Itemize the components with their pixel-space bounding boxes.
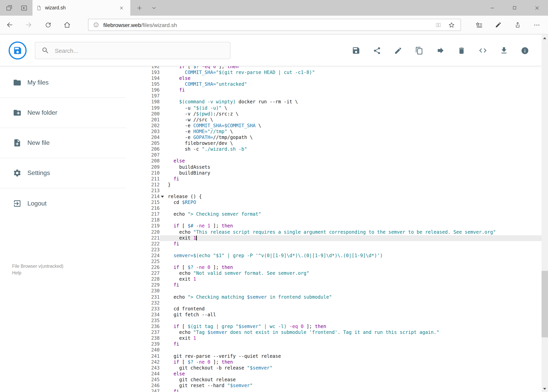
code-line[interactable]: 229 fi bbox=[129, 282, 541, 288]
code-line[interactable]: 222 fi bbox=[129, 241, 541, 247]
code-line[interactable]: 213 bbox=[129, 188, 541, 194]
code-line[interactable]: 227 echo "Not valid semver format. See s… bbox=[129, 271, 541, 276]
code-line[interactable]: 244 else bbox=[129, 371, 541, 377]
code-line[interactable]: 239 fi bbox=[129, 342, 541, 347]
code-line[interactable]: 207 bbox=[129, 153, 541, 158]
code-line[interactable]: 233 cd frontend bbox=[129, 306, 541, 312]
help-link[interactable]: Help bbox=[12, 270, 63, 276]
more-button[interactable] bbox=[528, 16, 546, 34]
site-info-button[interactable] bbox=[88, 19, 103, 30]
search-box[interactable] bbox=[35, 42, 230, 59]
code-line[interactable]: 238 exit 1 bbox=[129, 336, 541, 341]
rename-button[interactable] bbox=[390, 43, 406, 58]
set-tabs-aside-button[interactable] bbox=[16, 0, 31, 16]
back-button[interactable] bbox=[0, 16, 19, 34]
code-line[interactable]: 225 bbox=[129, 259, 541, 265]
home-button[interactable] bbox=[57, 16, 77, 34]
code-line[interactable]: 234 git fetch --all bbox=[129, 312, 541, 318]
code-line[interactable]: 226 if [ $? -ne 0 ]; then bbox=[129, 265, 541, 271]
code-line[interactable]: 209 buildAssets bbox=[129, 164, 541, 170]
copy-button[interactable] bbox=[411, 43, 427, 58]
code-line[interactable]: 241 git rev-parse --verify --quiet relea… bbox=[129, 353, 541, 359]
code-line[interactable]: 235 bbox=[129, 318, 541, 324]
code-line[interactable]: 219 if [ $# -ne 1 ]; then bbox=[129, 223, 541, 229]
sidebar-item-my-files[interactable]: My files bbox=[0, 68, 126, 98]
tab-list-chevron-button[interactable] bbox=[147, 0, 160, 16]
code-line[interactable]: 199 -u "$(id -u)" \ bbox=[129, 105, 541, 111]
code-line[interactable]: 203 -e HOME="//tmp" \ bbox=[129, 129, 541, 135]
move-button[interactable] bbox=[433, 43, 448, 58]
code-line[interactable]: 236 if [ $(git tag | grep "$semver" | wc… bbox=[129, 324, 541, 329]
download-button[interactable] bbox=[496, 43, 512, 58]
code-line[interactable]: 224 semver=$(echo "$1" | grep -P '^v(0|[… bbox=[129, 253, 541, 259]
code-line[interactable]: 215 cd $REPO bbox=[129, 200, 541, 205]
code-line[interactable]: 243 git checkout -b release "$semver" bbox=[129, 365, 541, 371]
code-line[interactable]: 202 -e COMMIT_SHA=$COMMIT_SHA \ bbox=[129, 123, 541, 129]
code-editor[interactable]: 192 if [ $? -eq 0 ]; then193 COMMIT_SHA=… bbox=[129, 66, 541, 392]
sidebar-item-logout[interactable]: Logout bbox=[0, 188, 126, 218]
code-line[interactable]: 198 $(command -v winpty) docker run --rm… bbox=[129, 99, 541, 105]
code-line[interactable]: 230 bbox=[129, 288, 541, 294]
code-line[interactable]: 242 if [ $? -ne 0 ]; then bbox=[129, 359, 541, 365]
code-line[interactable]: 246 git reset --hard "$semver" bbox=[129, 383, 541, 389]
code-line[interactable]: 217 echo "> Checking semver format" bbox=[129, 211, 541, 217]
code-line[interactable]: 194 else bbox=[129, 76, 541, 81]
refresh-button[interactable] bbox=[38, 16, 57, 34]
code-line[interactable]: 231 echo "> Checking matching $semver in… bbox=[129, 294, 541, 300]
sidebar-item-settings[interactable]: Settings bbox=[0, 158, 126, 188]
code-line[interactable]: 197 bbox=[129, 93, 541, 99]
raw-editor-button[interactable] bbox=[475, 43, 491, 58]
code-line[interactable]: 201 -w //src \ bbox=[129, 117, 541, 123]
code-line[interactable]: 240 bbox=[129, 347, 541, 353]
code-line[interactable]: 195 COMMIT_SHA="untracked" bbox=[129, 81, 541, 87]
code-line[interactable]: 204 -e GOPATH=//tmp/gopath \ bbox=[129, 135, 541, 140]
code-line[interactable]: 210 buildBinary bbox=[129, 170, 541, 176]
code-line[interactable]: 205 filebrowser/dev \ bbox=[129, 140, 541, 146]
address-bar[interactable]: filebrowser.web/files/wizard.sh bbox=[88, 19, 461, 31]
info-button[interactable] bbox=[517, 43, 533, 58]
code-line[interactable]: 208 else bbox=[129, 158, 541, 164]
code-line[interactable]: 193 COMMIT_SHA="$(git rev-parse HEAD | c… bbox=[129, 70, 541, 76]
code-line[interactable]: 211 fi bbox=[129, 176, 541, 182]
code-line[interactable]: 232 bbox=[129, 300, 541, 306]
code-line[interactable]: 247 fi bbox=[129, 389, 541, 392]
scrollbar[interactable] bbox=[541, 35, 548, 392]
code-line[interactable]: 221 exit 1 bbox=[129, 235, 541, 241]
code-line[interactable]: 220 echo "This release script requires a… bbox=[129, 229, 541, 235]
fold-arrow-icon[interactable] bbox=[161, 196, 164, 198]
code-line[interactable]: 214release () { bbox=[129, 194, 541, 200]
scroll-up-button[interactable] bbox=[541, 35, 548, 42]
tab-close-button[interactable] bbox=[116, 3, 126, 13]
web-note-button[interactable] bbox=[489, 16, 507, 34]
code-line[interactable]: 218 bbox=[129, 217, 541, 223]
new-tab-button[interactable] bbox=[133, 0, 146, 16]
reading-view-button[interactable] bbox=[432, 19, 445, 30]
code-line[interactable]: 212} bbox=[129, 182, 541, 188]
code-line[interactable]: 216 bbox=[129, 205, 541, 211]
code-line[interactable]: 237 echo "Tag $semver does not exist in … bbox=[129, 329, 541, 336]
close-window-button[interactable] bbox=[526, 0, 548, 16]
share-button[interactable] bbox=[508, 16, 527, 34]
code-line[interactable]: 245 git checkout release bbox=[129, 377, 541, 383]
code-line[interactable]: 200 -v /$(pwd):/src:z \ bbox=[129, 111, 541, 117]
minimize-button[interactable] bbox=[481, 0, 503, 16]
tab-wizard-sh[interactable]: wizard.sh bbox=[33, 0, 130, 16]
scroll-down-button[interactable] bbox=[541, 385, 548, 392]
forward-button[interactable] bbox=[19, 16, 38, 34]
sidebar-item-new-folder[interactable]: New folder bbox=[0, 98, 126, 128]
share-file-button[interactable] bbox=[369, 43, 385, 58]
code-line[interactable]: 206 sh -c "./wizard.sh -b" bbox=[129, 146, 541, 152]
tab-preview-button[interactable] bbox=[1, 0, 16, 16]
maximize-button[interactable] bbox=[503, 0, 526, 16]
code-line[interactable]: 196 fi bbox=[129, 87, 541, 93]
sidebar-item-new-file[interactable]: New file bbox=[0, 128, 126, 158]
delete-button[interactable] bbox=[454, 43, 469, 58]
code-line[interactable]: 192 if [ $? -eq 0 ]; then bbox=[129, 66, 541, 70]
scrollbar-thumb[interactable] bbox=[541, 271, 548, 337]
code-line[interactable]: 228 exit 1 bbox=[129, 277, 541, 282]
code-line[interactable]: 223 bbox=[129, 247, 541, 253]
hub-button[interactable] bbox=[470, 16, 488, 34]
search-input[interactable] bbox=[55, 47, 225, 54]
save-button[interactable] bbox=[348, 43, 364, 58]
favorite-button[interactable] bbox=[445, 19, 458, 30]
